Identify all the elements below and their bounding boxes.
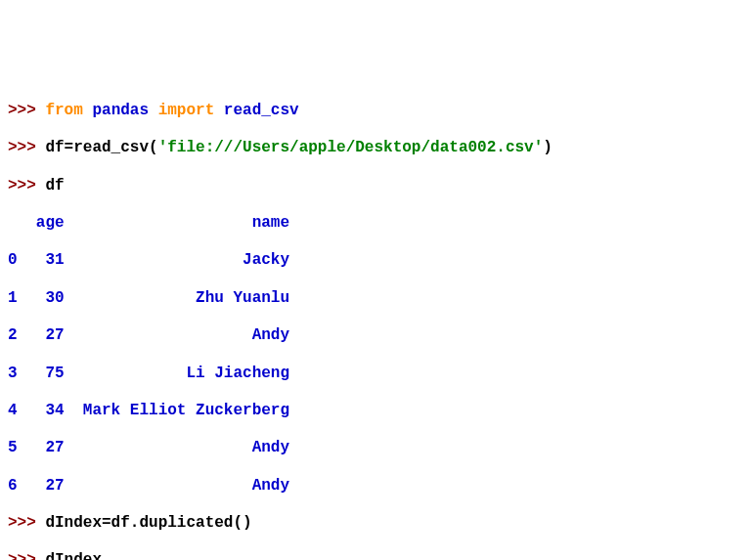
output-row: 4 34 Mark Elliot Zuckerberg: [8, 402, 752, 420]
output-row: 1 30 Zhu Yuanlu: [8, 289, 752, 308]
prompt: >>>: [8, 139, 45, 156]
output-header: age name: [8, 214, 752, 233]
output-row: 5 27 Andy: [8, 439, 752, 457]
code-line-4: >>> dIndex=df.duplicated(): [8, 514, 752, 533]
module-read-csv: read_csv: [224, 102, 299, 119]
code-text: ): [543, 139, 553, 156]
output-row: 0 31 Jacky: [8, 251, 752, 270]
code-text: dIndex: [45, 551, 102, 560]
code-text: df=read_csv(: [45, 139, 157, 156]
keyword-import: import: [158, 102, 215, 119]
code-line-2: >>> df=read_csv('file:///Users/apple/Des…: [8, 139, 752, 157]
string-literal: 'file:///Users/apple/Desktop/data002.csv…: [158, 139, 544, 156]
keyword-from: from: [45, 102, 82, 119]
prompt: >>>: [8, 177, 45, 194]
output-row: 2 27 Andy: [8, 326, 752, 345]
output-row: 3 75 Li Jiacheng: [8, 365, 752, 383]
module-pandas: pandas: [92, 102, 149, 119]
prompt: >>>: [8, 102, 45, 119]
code-text: df: [45, 177, 64, 194]
prompt: >>>: [8, 514, 45, 532]
code-line-3: >>> df: [8, 177, 752, 195]
code-text: dIndex=df.duplicated(): [45, 514, 251, 532]
terminal-output: >>> from pandas import read_csv >>> df=r…: [8, 83, 752, 560]
code-line-5: >>> dIndex: [8, 551, 752, 560]
output-row: 6 27 Andy: [8, 477, 752, 495]
code-line-1: >>> from pandas import read_csv: [8, 102, 752, 120]
prompt: >>>: [8, 551, 45, 560]
